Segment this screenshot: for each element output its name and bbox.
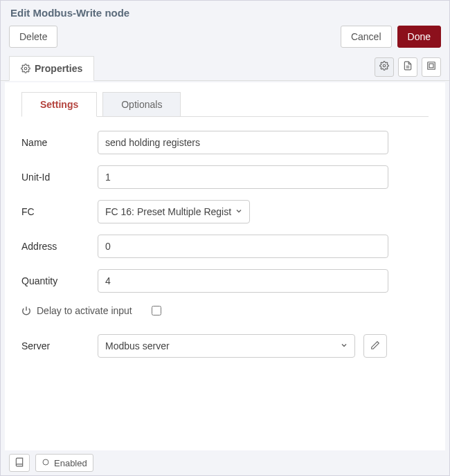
server-label: Server: [21, 340, 98, 351]
quantity-label: Quantity: [21, 275, 98, 286]
dialog-toolbar: Delete Cancel Done: [1, 23, 449, 56]
properties-tab[interactable]: Properties: [9, 56, 94, 81]
delay-checkbox[interactable]: [152, 306, 161, 315]
delay-label: Delay to activate input: [37, 305, 132, 316]
frame-icon: [426, 61, 436, 73]
properties-tab-label: Properties: [35, 63, 82, 74]
unit-id-label: Unit-Id: [21, 172, 98, 183]
fc-select[interactable]: FC 16: Preset Multiple Regist: [98, 200, 250, 223]
address-label: Address: [21, 241, 98, 252]
power-icon: [21, 306, 31, 315]
server-select-value: Modbus server: [105, 340, 170, 351]
settings-icon-button[interactable]: [375, 57, 394, 77]
address-input[interactable]: [98, 235, 388, 258]
name-label: Name: [21, 137, 98, 148]
circle-icon: [42, 458, 50, 468]
docs-button[interactable]: [9, 454, 30, 472]
gear-icon: [21, 64, 30, 73]
gear-icon: [379, 61, 389, 73]
cancel-button[interactable]: Cancel: [341, 26, 392, 48]
delete-button[interactable]: Delete: [9, 26, 57, 48]
appearance-icon-button[interactable]: [422, 57, 441, 77]
footer-bar: Enabled: [1, 450, 449, 475]
svg-point-7: [43, 459, 48, 465]
book-icon: [15, 457, 24, 469]
server-select[interactable]: Modbus server: [98, 334, 355, 358]
main-tab-row: Properties: [1, 56, 449, 81]
pencil-icon: [370, 340, 380, 352]
quantity-input[interactable]: [98, 269, 388, 293]
fc-label: FC: [21, 206, 98, 217]
description-icon-button[interactable]: [398, 57, 417, 77]
enabled-label: Enabled: [54, 458, 87, 468]
svg-point-1: [383, 64, 386, 67]
document-icon: [403, 61, 413, 73]
svg-rect-5: [429, 64, 433, 68]
svg-point-0: [24, 67, 27, 70]
name-input[interactable]: [98, 131, 388, 154]
svg-rect-4: [428, 62, 435, 70]
unit-id-input[interactable]: [98, 165, 388, 189]
tab-optionals[interactable]: Optionals: [102, 92, 181, 117]
subtab-row: Settings Optionals: [21, 92, 429, 117]
dialog-title: Edit Modbus-Write node: [1, 1, 449, 23]
tab-settings[interactable]: Settings: [21, 92, 97, 117]
content-area: Settings Optionals Name Unit-Id FC FC 16…: [5, 82, 445, 450]
fc-select-value: FC 16: Preset Multiple Regist: [105, 206, 231, 217]
done-button[interactable]: Done: [397, 26, 441, 48]
enabled-toggle[interactable]: Enabled: [35, 454, 93, 472]
edit-server-button[interactable]: [363, 334, 387, 358]
